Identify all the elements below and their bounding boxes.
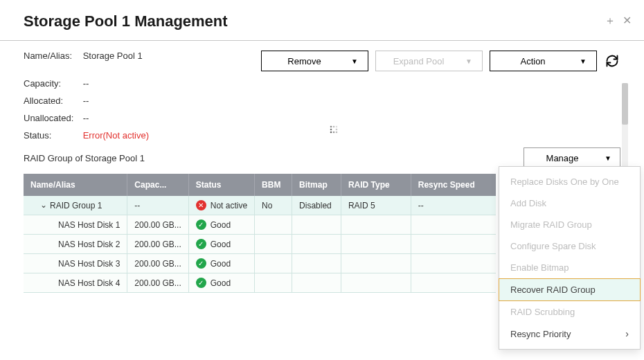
svg-point-3 — [330, 129, 332, 131]
check-icon: ✓ — [196, 258, 206, 269]
col-name[interactable]: Name/Alias — [24, 174, 127, 196]
expand-pool-button: Expand Pool ▼ — [375, 51, 483, 71]
menu-spare: Configure Spare Disk — [499, 235, 640, 257]
table-row-disk[interactable]: NAS Host Disk 2200.00 GB...✓Good — [24, 235, 496, 254]
error-icon: ✕ — [196, 200, 206, 210]
caret-down-icon: ▼ — [351, 57, 358, 65]
svg-point-2 — [336, 126, 338, 128]
manage-dropdown-menu: Replace Disks One by One Add Disk Migrat… — [499, 166, 641, 350]
caret-down-icon: ▼ — [580, 57, 587, 65]
svg-point-7 — [336, 132, 338, 134]
unallocated-row: Unallocated: -- — [24, 113, 620, 123]
menu-add-disk: Add Disk — [499, 192, 640, 214]
loading-spinner-icon — [330, 125, 338, 134]
svg-point-1 — [333, 126, 335, 128]
table-header-row: Name/Alias Capac... Status BBM Bitmap RA… — [24, 174, 496, 196]
svg-point-0 — [330, 126, 332, 128]
name-alias-row: Name/Alias: Storage Pool 1 — [24, 51, 261, 61]
menu-enable-bitmap: Enable Bitmap — [499, 257, 640, 278]
svg-point-5 — [330, 132, 332, 134]
caret-down-icon: ▼ — [465, 57, 472, 65]
col-capacity[interactable]: Capac... — [127, 174, 188, 196]
table-row-disk[interactable]: NAS Host Disk 1200.00 GB...✓Good — [24, 215, 496, 235]
chevron-right-icon: › — [625, 328, 629, 339]
menu-resync-priority[interactable]: Resync Priority › — [499, 323, 640, 345]
action-button[interactable]: Action ▼ — [490, 51, 597, 71]
svg-point-4 — [336, 129, 338, 131]
menu-scrub: RAID Scrubbing — [499, 301, 640, 323]
caret-down-icon: ▼ — [605, 154, 611, 162]
check-icon: ✓ — [196, 219, 206, 230]
page-header: Storage Pool 1 Management ＋ ✕ — [0, 0, 644, 41]
allocated-row: Allocated: -- — [24, 96, 620, 106]
status-row: Status: Error(Not active) — [24, 130, 620, 141]
refresh-icon[interactable] — [604, 53, 620, 69]
col-bitmap[interactable]: Bitmap — [292, 174, 341, 196]
close-icon[interactable]: ✕ — [623, 14, 632, 28]
remove-button[interactable]: Remove ▼ — [261, 51, 368, 71]
col-raid-type[interactable]: RAID Type — [341, 174, 411, 196]
raid-group-label: RAID Group of Storage Pool 1 — [24, 153, 145, 163]
scrollbar-thumb[interactable] — [622, 83, 628, 125]
check-icon: ✓ — [196, 239, 206, 249]
table-row-disk[interactable]: NAS Host Disk 3200.00 GB...✓Good — [24, 254, 496, 273]
table-row-disk[interactable]: NAS Host Disk 4200.00 GB...✓Good — [24, 273, 496, 293]
capacity-row: Capacity: -- — [24, 78, 620, 89]
plus-icon[interactable]: ＋ — [605, 14, 616, 28]
manage-button[interactable]: Manage ▼ — [524, 147, 620, 168]
chevron-down-icon[interactable]: ⌄ — [40, 200, 47, 210]
raid-table: Name/Alias Capac... Status BBM Bitmap RA… — [24, 174, 496, 293]
menu-recover-raid-group[interactable]: Recover RAID Group — [499, 278, 641, 301]
menu-replace-disks: Replace Disks One by One — [499, 171, 640, 192]
col-resync[interactable]: Resync Speed — [411, 174, 496, 196]
col-bbm[interactable]: BBM — [255, 174, 292, 196]
svg-point-6 — [333, 132, 335, 134]
check-icon: ✓ — [196, 278, 206, 288]
menu-migrate: Migrate RAID Group — [499, 214, 640, 235]
col-status[interactable]: Status — [188, 174, 254, 196]
table-row-group[interactable]: ⌄RAID Group 1--✕Not activeNoDisabledRAID… — [24, 196, 496, 215]
page-title: Storage Pool 1 Management — [24, 12, 620, 30]
